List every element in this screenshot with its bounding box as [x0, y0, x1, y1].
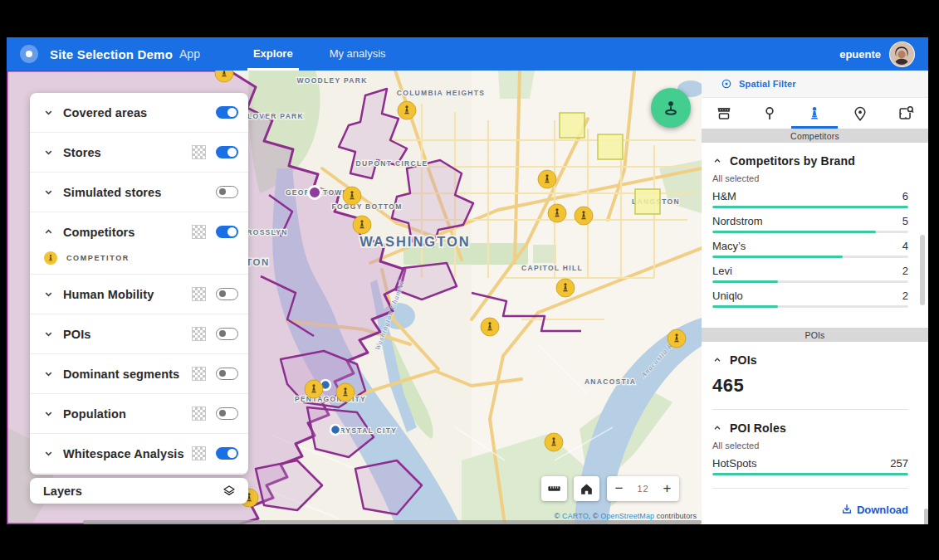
layer-row[interactable]: Human Mobility	[30, 275, 248, 314]
pin-icon	[760, 105, 779, 123]
competitor-marker[interactable]	[548, 204, 566, 222]
layer-visibility-toggle[interactable]	[216, 226, 238, 238]
tab-whitespace[interactable]	[883, 98, 928, 129]
layers-footer[interactable]: Layers	[30, 478, 248, 504]
competitor-marker[interactable]	[575, 207, 593, 225]
bar-row[interactable]: HotSpots 257	[712, 457, 908, 475]
bar-row[interactable]: Uniqlo 2	[712, 290, 908, 308]
map-label: ROSSLYN	[247, 228, 287, 236]
download-button[interactable]: Download	[840, 503, 908, 516]
competitor-marker[interactable]	[305, 380, 323, 398]
tab-competitors[interactable]	[792, 98, 838, 129]
competitor-marker[interactable]	[556, 279, 575, 297]
bar-row[interactable]: Macy’s 4	[712, 240, 908, 258]
chevron-down-icon[interactable]	[43, 448, 54, 459]
layer-row[interactable]: Simulated stores	[30, 173, 248, 212]
measure-button[interactable]	[541, 476, 567, 501]
whitespace-cell-marker[interactable]	[560, 113, 584, 138]
chevron-down-icon[interactable]	[43, 368, 54, 379]
layer-style-swatch[interactable]	[192, 287, 206, 301]
home-button[interactable]	[574, 476, 599, 501]
competitors-by-brand-header[interactable]: Competitors by Brand	[712, 154, 908, 168]
app-window: Site Selection Demo App Explore My analy…	[7, 37, 928, 524]
tab-stores[interactable]	[702, 98, 747, 129]
layer-visibility-toggle[interactable]	[216, 368, 238, 380]
openstreetmap-link[interactable]: OpenStreetMap	[600, 512, 654, 520]
area-search-icon	[897, 105, 915, 123]
layer-row[interactable]	[30, 474, 248, 475]
zoom-out-button[interactable]: −	[607, 476, 631, 501]
spatial-selection-fab[interactable]	[651, 88, 691, 128]
competitor-marker[interactable]	[353, 216, 371, 234]
layer-row[interactable]: Covered areas	[30, 93, 248, 132]
chevron-down-icon[interactable]	[43, 329, 54, 339]
app-header: Site Selection Demo App Explore My analy…	[7, 37, 928, 71]
layer-visibility-toggle[interactable]	[216, 186, 238, 198]
layer-visibility-toggle[interactable]	[216, 288, 238, 300]
competitor-marker[interactable]	[343, 187, 361, 205]
competitor-marker[interactable]	[398, 101, 416, 119]
all-selected-label: All selected	[712, 441, 908, 450]
layer-style-swatch[interactable]	[192, 367, 206, 381]
panel-scrollbar[interactable]	[920, 235, 925, 305]
zoom-level: 12	[631, 484, 655, 494]
layer-row[interactable]: Population	[30, 394, 248, 433]
tab-my-analysis[interactable]: My analysis	[311, 37, 404, 71]
panel-scrollbar[interactable]	[924, 509, 928, 524]
chevron-down-icon[interactable]	[43, 147, 54, 158]
horizontal-scrollbar[interactable]	[83, 520, 702, 524]
whitespace-cell-marker[interactable]	[598, 134, 623, 159]
bar-row[interactable]: Levi 2	[712, 265, 908, 283]
bar-row[interactable]: Nordstrom 5	[712, 215, 908, 233]
competitor-marker[interactable]	[336, 383, 355, 402]
map-label: COLUMBIA HEIGHTS	[397, 89, 485, 97]
chevron-down-icon[interactable]	[43, 408, 54, 419]
layer-style-swatch[interactable]	[192, 327, 206, 341]
layer-visibility-toggle[interactable]	[216, 146, 238, 158]
map-label: FOGGY BOTTOM	[331, 202, 402, 211]
user-avatar[interactable]	[889, 41, 915, 67]
selected-store-marker[interactable]	[309, 187, 321, 199]
section-title: Competitors by Brand	[730, 154, 855, 168]
chevron-down-icon[interactable]	[43, 107, 54, 118]
spatial-filter-button[interactable]: Spatial Filter	[702, 71, 928, 98]
layer-visibility-toggle[interactable]	[216, 447, 238, 460]
bar-track	[712, 473, 908, 475]
layer-row[interactable]: Stores	[30, 133, 248, 172]
layer-row[interactable]: Dominant segments	[30, 354, 248, 393]
layer-visibility-toggle[interactable]	[216, 328, 238, 340]
layer-block: Covered areas	[30, 93, 248, 132]
tab-explore[interactable]: Explore	[235, 37, 311, 71]
map-label: CAPITOL HILL	[521, 264, 583, 272]
competitor-marker[interactable]	[538, 170, 556, 188]
layer-visibility-toggle[interactable]	[216, 106, 238, 119]
chevron-up-icon[interactable]	[43, 226, 54, 237]
competitor-marker[interactable]	[545, 433, 563, 451]
zoom-in-button[interactable]: +	[655, 476, 679, 501]
layer-visibility-toggle[interactable]	[216, 407, 238, 420]
bar-row[interactable]: H&M 6	[712, 190, 908, 208]
tab-pois[interactable]	[838, 98, 883, 129]
layer-style-swatch[interactable]	[192, 407, 206, 421]
carto-link[interactable]: CARTO	[562, 512, 589, 520]
layer-row[interactable]: POIs	[30, 314, 248, 353]
poi-roles-header[interactable]: POI Roles	[712, 421, 908, 435]
chevron-down-icon[interactable]	[43, 289, 54, 299]
bar-fill	[712, 256, 843, 258]
bar-fill	[712, 473, 908, 475]
store-marker[interactable]	[330, 425, 340, 435]
layer-row[interactable]: Competitors	[30, 212, 248, 251]
bar-label: HotSpots	[712, 457, 756, 470]
layer-style-swatch[interactable]	[192, 145, 206, 159]
layer-style-swatch[interactable]	[192, 225, 206, 239]
layer-style-swatch[interactable]	[192, 446, 206, 460]
chevron-down-icon[interactable]	[43, 187, 54, 197]
layer-row[interactable]: Whitespace Analysis	[30, 434, 248, 473]
competitor-marker[interactable]	[668, 329, 686, 348]
competitor-marker[interactable]	[481, 318, 499, 336]
app-logo-icon[interactable]	[20, 45, 38, 63]
layer-label: Dominant segments	[63, 368, 192, 381]
whitespace-cell-marker[interactable]	[635, 189, 660, 214]
pois-header[interactable]: POIs	[712, 353, 908, 367]
tab-simulated-stores[interactable]	[747, 98, 793, 129]
